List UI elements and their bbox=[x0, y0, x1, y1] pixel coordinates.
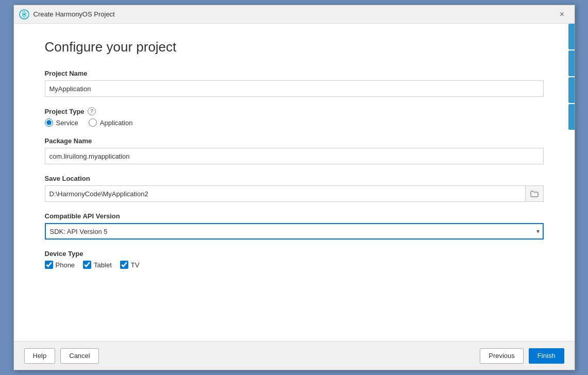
package-name-group: Package Name bbox=[45, 137, 544, 164]
package-name-label: Package Name bbox=[45, 137, 544, 145]
save-location-wrapper bbox=[45, 185, 544, 202]
footer-right: Previous Finish bbox=[480, 348, 564, 364]
project-type-group: Project Type ? Service Application bbox=[45, 107, 544, 127]
cancel-button[interactable]: Cancel bbox=[60, 348, 98, 364]
save-location-label: Save Location bbox=[45, 175, 544, 182]
radio-application[interactable]: Application bbox=[89, 118, 133, 127]
checkbox-phone-label: Phone bbox=[56, 261, 75, 269]
checkbox-tv-label: TV bbox=[131, 261, 140, 269]
right-panel bbox=[568, 24, 575, 341]
checkbox-tablet[interactable]: Tablet bbox=[83, 261, 112, 269]
folder-icon bbox=[530, 190, 539, 197]
device-type-label: Device Type bbox=[45, 250, 544, 258]
checkbox-tv[interactable]: TV bbox=[120, 261, 140, 269]
side-tab-2 bbox=[568, 50, 575, 76]
project-type-label: Project Type ? bbox=[45, 107, 544, 115]
harmony-logo-icon bbox=[19, 9, 29, 20]
api-version-select[interactable]: SDK: API Version 5 SDK: API Version 4 SD… bbox=[45, 223, 544, 240]
dialog-footer: Help Cancel Previous Finish bbox=[14, 341, 575, 370]
dialog-content: Configure your project Project Name Proj… bbox=[14, 24, 575, 341]
page-title: Configure your project bbox=[45, 39, 544, 55]
radio-application-label: Application bbox=[100, 119, 133, 127]
radio-service-input[interactable] bbox=[45, 118, 53, 127]
side-tab-4 bbox=[568, 104, 575, 130]
api-version-label: Compatible API Version bbox=[45, 212, 544, 220]
project-type-radio-group: Service Application bbox=[45, 118, 544, 127]
checkbox-tablet-input[interactable] bbox=[83, 261, 91, 269]
radio-application-input[interactable] bbox=[89, 118, 97, 127]
browse-folder-button[interactable] bbox=[525, 185, 544, 202]
dialog-window: Create HarmonyOS Project × Configure you… bbox=[13, 5, 575, 370]
radio-service[interactable]: Service bbox=[45, 118, 78, 127]
checkbox-phone-input[interactable] bbox=[45, 261, 53, 269]
window-title: Create HarmonyOS Project bbox=[33, 10, 115, 18]
project-type-help-icon[interactable]: ? bbox=[88, 107, 96, 115]
project-name-label: Project Name bbox=[45, 70, 544, 77]
side-tab-1 bbox=[568, 24, 575, 49]
close-button[interactable]: × bbox=[555, 7, 569, 22]
title-bar: Create HarmonyOS Project × bbox=[14, 5, 575, 24]
save-location-input[interactable] bbox=[45, 185, 525, 202]
svg-point-1 bbox=[23, 13, 25, 15]
checkbox-tablet-label: Tablet bbox=[94, 261, 112, 269]
project-name-input[interactable] bbox=[45, 80, 544, 97]
checkbox-tv-input[interactable] bbox=[120, 261, 128, 269]
footer-left: Help Cancel bbox=[24, 348, 99, 364]
save-location-group: Save Location bbox=[45, 175, 544, 202]
api-version-dropdown-wrapper: SDK: API Version 5 SDK: API Version 4 SD… bbox=[45, 223, 544, 240]
side-tab-3 bbox=[568, 77, 575, 103]
checkbox-phone[interactable]: Phone bbox=[45, 261, 75, 269]
previous-button[interactable]: Previous bbox=[480, 348, 524, 364]
device-type-checkbox-group: Phone Tablet TV bbox=[45, 261, 544, 269]
title-bar-left: Create HarmonyOS Project bbox=[19, 9, 115, 20]
project-name-group: Project Name bbox=[45, 70, 544, 97]
package-name-input[interactable] bbox=[45, 148, 544, 164]
device-type-group: Device Type Phone Tablet TV bbox=[45, 250, 544, 269]
api-version-group: Compatible API Version SDK: API Version … bbox=[45, 212, 544, 240]
help-button[interactable]: Help bbox=[24, 348, 56, 364]
finish-button[interactable]: Finish bbox=[529, 348, 564, 364]
radio-service-label: Service bbox=[56, 119, 78, 127]
